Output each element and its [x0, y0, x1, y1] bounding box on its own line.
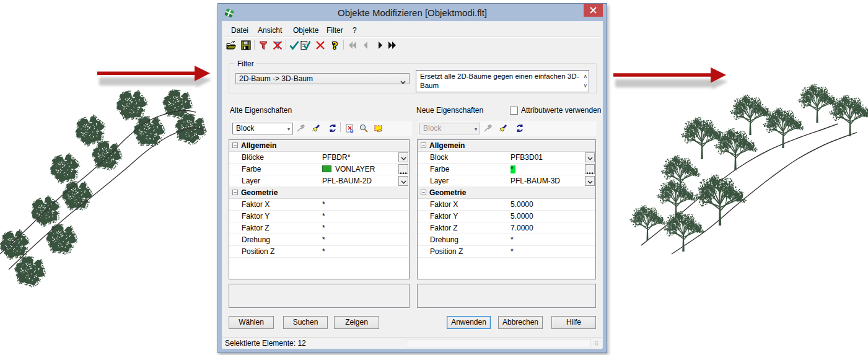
svg-text:?: ? [332, 40, 338, 50]
